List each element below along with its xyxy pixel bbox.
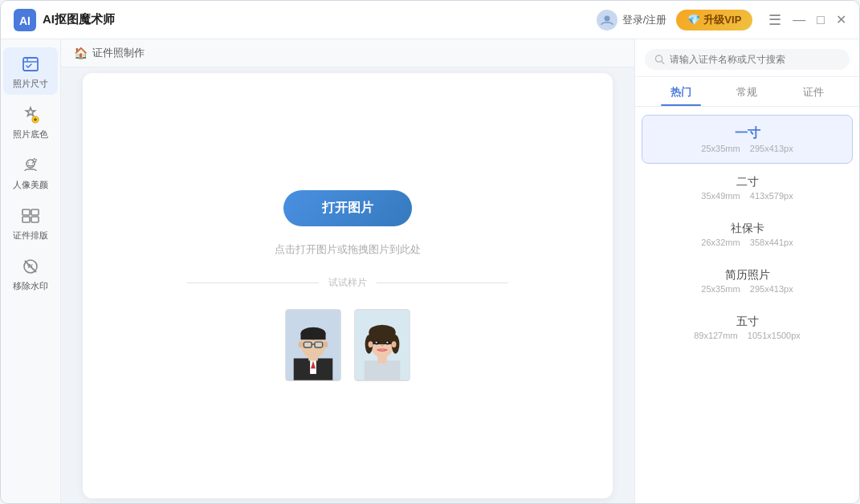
tool-photo-bg-label: 照片底色 [13, 128, 48, 140]
minimize-button[interactable]: — [793, 14, 805, 26]
tool-photo-bg[interactable]: 照片底色 [3, 98, 58, 145]
tool-remove-watermark-label: 移除水印 [13, 280, 48, 292]
close-button[interactable]: ✕ [836, 14, 846, 26]
divider-label: 试试样片 [328, 276, 367, 290]
tool-photo-size[interactable]: 照片尺寸 [3, 47, 58, 95]
svg-rect-33 [365, 360, 401, 380]
search-bar [635, 39, 859, 77]
male-photo-image [286, 309, 340, 381]
canvas-area: 打开图片 点击打开图片或拖拽图片到此处 试试样片 [61, 67, 634, 503]
svg-line-47 [662, 61, 664, 63]
photo-bg-icon [20, 104, 41, 125]
svg-rect-26 [315, 342, 323, 348]
vip-button[interactable]: 💎 升级VIP [676, 10, 752, 30]
svg-rect-11 [31, 209, 39, 215]
remove-watermark-icon: W [20, 256, 41, 277]
sample-photos [285, 309, 410, 381]
svg-text:AI: AI [19, 14, 31, 27]
svg-point-40 [369, 341, 373, 348]
maximize-button[interactable]: □ [817, 14, 825, 26]
size-detail-two-inch: 35x49mm 413x579px [658, 191, 837, 201]
size-name-two-inch: 二寸 [658, 175, 837, 189]
id-layout-icon [20, 205, 41, 226]
svg-rect-37 [369, 331, 395, 344]
left-sidebar: 照片尺寸 照片底色 [1, 39, 61, 503]
size-item-one-inch[interactable]: 一寸 25x35mm 295x413px [642, 115, 853, 164]
size-detail-resume-photo: 25x35mm 295x413px [658, 284, 837, 294]
tab-hot[interactable]: 热门 [648, 77, 714, 106]
svg-rect-25 [304, 342, 312, 348]
svg-point-41 [392, 341, 397, 348]
avatar [597, 10, 617, 30]
window-controls: ☰ — □ ✕ [768, 13, 846, 27]
upload-hint: 点击打开图片或拖拽图片到此处 [275, 242, 421, 257]
size-item-two-inch[interactable]: 二寸 35x49mm 413x579px [642, 165, 853, 210]
tool-id-layout-label: 证件排版 [13, 230, 48, 242]
user-icon [601, 14, 613, 26]
svg-point-30 [299, 341, 304, 348]
vip-icon: 💎 [687, 14, 700, 26]
search-icon [654, 54, 665, 65]
tab-id[interactable]: 证件 [781, 77, 846, 106]
titlebar-right: 登录/注册 💎 升级VIP ☰ — □ ✕ [597, 10, 846, 30]
size-item-five-inch[interactable]: 五寸 89x127mm 1051x1500px [642, 305, 853, 350]
menu-button[interactable]: ☰ [768, 13, 781, 27]
divider: 试试样片 [187, 276, 508, 290]
svg-point-31 [324, 341, 328, 348]
titlebar: AI AI抠图魔术师 登录/注册 💎 升级VIP ☰ — □ ✕ [1, 1, 859, 39]
breadcrumb-icon: 🏠 [74, 47, 88, 59]
search-input[interactable] [670, 54, 840, 65]
size-name-resume-photo: 简历照片 [658, 268, 837, 282]
tab-bar: 热门 常规 证件 [635, 77, 859, 107]
size-detail-one-inch: 25x35mm 295x413px [658, 144, 836, 153]
size-item-social-insurance[interactable]: 社保卡 26x32mm 358x441px [642, 212, 853, 257]
sample-photo-female[interactable] [354, 309, 410, 381]
content-wrapper: 🏠 证件照制作 打开图片 点击打开图片或拖拽图片到此处 试试样片 [61, 39, 634, 503]
svg-rect-24 [300, 333, 325, 339]
svg-point-45 [386, 341, 388, 343]
face-beauty-icon [20, 155, 41, 176]
svg-point-8 [28, 162, 30, 164]
svg-rect-12 [22, 217, 30, 222]
size-name-social-insurance: 社保卡 [658, 222, 837, 236]
female-photo-image [355, 309, 410, 381]
size-item-resume-photo[interactable]: 简历照片 25x35mm 295x413px [642, 258, 853, 303]
svg-rect-10 [22, 209, 30, 215]
upload-card: 打开图片 点击打开图片或拖拽图片到此处 试试样片 [83, 73, 613, 498]
size-name-five-inch: 五寸 [658, 315, 837, 329]
search-input-wrap [645, 49, 850, 70]
tool-id-layout[interactable]: 证件排版 [3, 199, 58, 246]
app-logo: AI AI抠图魔术师 [14, 9, 115, 31]
svg-point-2 [604, 15, 609, 21]
size-list: 一寸 25x35mm 295x413px 二寸 35x49mm 413x579p… [635, 107, 859, 503]
main-area: 照片尺寸 照片底色 [1, 39, 859, 503]
tab-normal[interactable]: 常规 [714, 77, 780, 106]
sample-photo-male[interactable] [285, 309, 341, 381]
app-logo-icon: AI [14, 9, 36, 31]
photo-size-icon [20, 54, 41, 75]
login-button[interactable]: 登录/注册 [597, 10, 667, 30]
tool-photo-size-label: 照片尺寸 [13, 78, 48, 90]
tool-remove-watermark[interactable]: W 移除水印 [3, 250, 58, 297]
size-detail-five-inch: 89x127mm 1051x1500px [658, 331, 837, 340]
svg-point-44 [376, 341, 377, 343]
size-detail-social-insurance: 26x32mm 358x441px [658, 238, 837, 247]
tool-face-beauty-label: 人像美颜 [13, 179, 48, 191]
svg-rect-13 [31, 217, 39, 222]
breadcrumb-label: 证件照制作 [92, 46, 145, 60]
svg-text:W: W [27, 263, 33, 269]
size-name-one-inch: 一寸 [658, 125, 836, 142]
tool-face-beauty[interactable]: 人像美颜 [3, 148, 58, 196]
open-image-button[interactable]: 打开图片 [283, 190, 412, 226]
breadcrumb: 🏠 证件照制作 [61, 39, 634, 67]
right-panel: 热门 常规 证件 一寸 25x35mm 295x413px 二寸 [634, 39, 859, 503]
app-title: AI抠图魔术师 [43, 12, 115, 27]
